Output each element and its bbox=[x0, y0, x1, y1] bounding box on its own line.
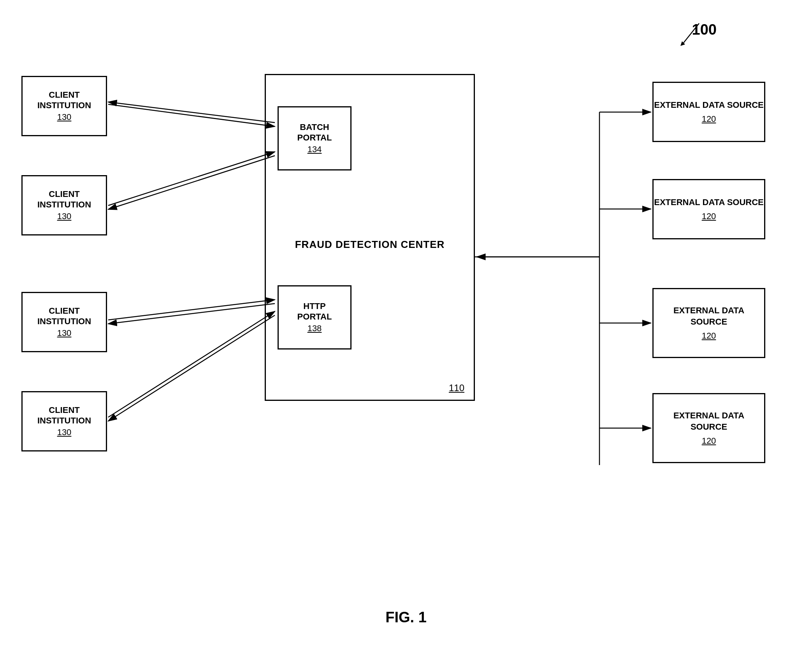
arrow-client2-to-batch bbox=[108, 152, 275, 205]
ext-data-source-2: EXTERNAL DATA SOURCE 120 bbox=[652, 179, 765, 239]
client-institution-1: CLIENT INSTITUTION 130 bbox=[21, 76, 107, 136]
http-portal: HTTPPORTAL 138 bbox=[278, 285, 352, 349]
http-portal-ref: 138 bbox=[308, 323, 322, 334]
client-institution-4: CLIENT INSTITUTION 130 bbox=[21, 391, 107, 451]
ext-data-source-1: EXTERNAL DATA SOURCE 120 bbox=[652, 82, 765, 142]
arrow-client4-to-http bbox=[108, 311, 275, 417]
ext-data-source-4: EXTERNAL DATASOURCE 120 bbox=[652, 393, 765, 463]
batch-portal-ref: 134 bbox=[308, 144, 322, 155]
client-1-ref: 130 bbox=[57, 112, 72, 122]
ext-4-ref: 120 bbox=[702, 436, 716, 446]
client-1-label: CLIENT INSTITUTION bbox=[23, 90, 106, 111]
arrow-batch-to-client1 bbox=[108, 102, 275, 123]
client-4-ref: 130 bbox=[57, 427, 72, 437]
client-3-ref: 130 bbox=[57, 328, 72, 338]
arrow-client1-to-batch bbox=[108, 104, 275, 126]
arrow-http-to-client4 bbox=[108, 315, 275, 421]
arrow-client3-to-http bbox=[108, 300, 275, 320]
batch-portal-label: BATCHPORTAL bbox=[297, 122, 332, 143]
fdc-ref: 110 bbox=[449, 383, 464, 393]
ext-2-label: EXTERNAL DATA SOURCE bbox=[654, 197, 764, 208]
ext-3-label: EXTERNAL DATASOURCE bbox=[673, 305, 744, 327]
arrow-batch-to-client2 bbox=[108, 156, 275, 209]
ext-1-label: EXTERNAL DATA SOURCE bbox=[654, 100, 764, 111]
arrow-http-to-client3 bbox=[108, 304, 275, 324]
ext-3-ref: 120 bbox=[702, 331, 716, 341]
client-2-ref: 130 bbox=[57, 211, 72, 221]
fraud-detection-center: FRAUD DETECTION CENTER 110 BATCHPORTAL 1… bbox=[265, 74, 475, 401]
ext-2-ref: 120 bbox=[702, 211, 716, 221]
client-institution-2: CLIENT INSTITUTION 130 bbox=[21, 175, 107, 235]
client-2-label: CLIENT INSTITUTION bbox=[23, 189, 106, 210]
figure-label: FIG. 1 bbox=[385, 609, 427, 626]
ext-1-ref: 120 bbox=[702, 114, 716, 124]
client-4-label: CLIENT INSTITUTION bbox=[23, 405, 106, 426]
diagram: 100 CLIENT INSTITUTION 130 CLIENT INSTIT… bbox=[0, 0, 812, 655]
svg-line-0 bbox=[684, 23, 699, 43]
client-3-label: CLIENT INSTITUTION bbox=[23, 306, 106, 327]
http-portal-label: HTTPPORTAL bbox=[297, 301, 332, 322]
fdc-label: FRAUD DETECTION CENTER bbox=[266, 239, 474, 251]
batch-portal: BATCHPORTAL 134 bbox=[278, 106, 352, 170]
client-institution-3: CLIENT INSTITUTION 130 bbox=[21, 292, 107, 352]
ext-data-source-3: EXTERNAL DATASOURCE 120 bbox=[652, 288, 765, 358]
ref-100-arrow bbox=[672, 19, 711, 51]
ext-4-label: EXTERNAL DATASOURCE bbox=[673, 410, 744, 432]
